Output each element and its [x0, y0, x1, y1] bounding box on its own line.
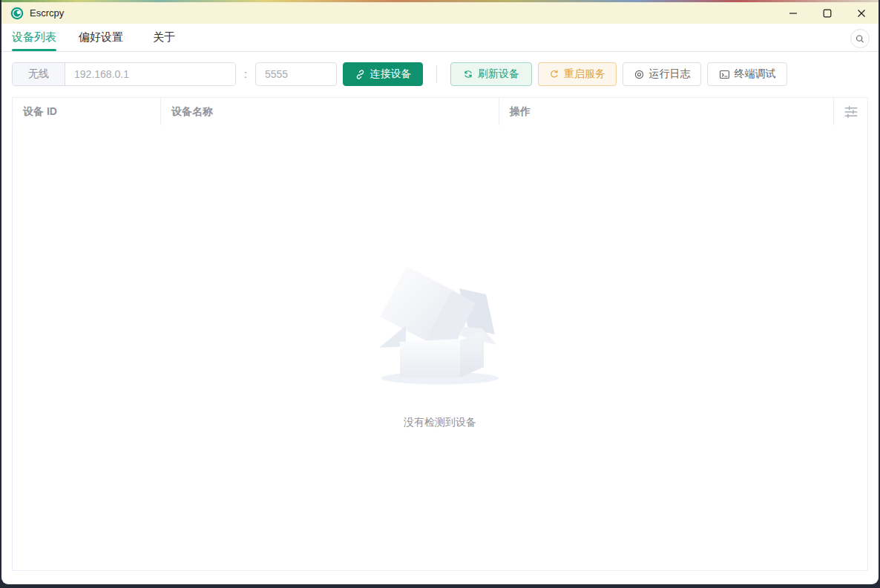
ip-address-input[interactable] — [65, 63, 235, 85]
close-icon — [857, 9, 866, 18]
empty-state-text: 没有检测到设备 — [373, 416, 507, 429]
table-header-row: 设备 ID 设备名称 操作 — [12, 97, 868, 126]
desktop-background: Escrcpy 设备列表 偏好设置 关于 — [0, 0, 880, 588]
port-separator: : — [242, 68, 249, 80]
tab-device-list[interactable]: 设备列表 — [12, 24, 56, 51]
run-logs-button[interactable]: 运行日志 — [623, 62, 701, 86]
tab-device-list-label: 设备列表 — [12, 30, 56, 44]
app-logo-icon — [10, 7, 24, 20]
wireless-address-group: 无线 — [12, 62, 236, 86]
terminal-debug-label: 终端调试 — [735, 67, 776, 81]
tab-bar: 设备列表 偏好设置 关于 — [1, 24, 879, 52]
port-input[interactable] — [255, 62, 337, 86]
device-table: 设备 ID 设备名称 操作 — [12, 97, 868, 571]
column-header-actions: 操作 — [499, 98, 834, 125]
column-header-device-name: 设备名称 — [161, 98, 499, 125]
connect-device-button[interactable]: 连接设备 — [343, 62, 423, 86]
restart-service-button[interactable]: 重启服务 — [538, 62, 617, 86]
restart-service-label: 重启服务 — [564, 67, 605, 81]
tab-about[interactable]: 关于 — [153, 24, 175, 51]
table-body: 没有检测到设备 — [12, 125, 868, 571]
column-header-device-id: 设备 ID — [13, 98, 161, 125]
window-controls — [776, 2, 879, 24]
tab-preferences-label: 偏好设置 — [79, 30, 123, 44]
view-icon — [634, 69, 645, 80]
column-settings-cell — [834, 98, 867, 125]
search-button[interactable] — [850, 29, 870, 48]
close-button[interactable] — [844, 2, 879, 24]
refresh-devices-button[interactable]: 刷新设备 — [450, 62, 532, 86]
empty-box-illustration — [373, 256, 507, 389]
search-icon — [856, 34, 864, 44]
maximize-button[interactable] — [810, 2, 844, 24]
refresh-devices-label: 刷新设备 — [478, 67, 519, 81]
terminal-debug-button[interactable]: 终端调试 — [707, 62, 787, 86]
run-logs-label: 运行日志 — [649, 67, 691, 81]
connect-device-label: 连接设备 — [370, 67, 412, 81]
minimize-icon — [789, 9, 798, 18]
terminal-icon — [719, 69, 730, 80]
app-window: Escrcpy 设备列表 偏好设置 关于 — [1, 0, 879, 584]
tab-about-label: 关于 — [153, 30, 175, 44]
empty-state: 没有检测到设备 — [373, 256, 507, 429]
sliders-icon — [844, 105, 858, 119]
maximize-icon — [823, 9, 832, 18]
window-title: Escrcpy — [30, 7, 64, 19]
refresh-icon — [463, 69, 473, 79]
device-toolbar: 无线 : 连接设备 刷 — [12, 62, 868, 86]
column-settings-button[interactable] — [842, 104, 860, 120]
link-icon — [355, 69, 366, 80]
refresh-right-icon — [549, 69, 559, 79]
wireless-mode-select[interactable]: 无线 — [13, 63, 65, 85]
minimize-button[interactable] — [776, 2, 810, 24]
tab-preferences[interactable]: 偏好设置 — [79, 24, 123, 51]
titlebar[interactable]: Escrcpy — [1, 2, 879, 24]
toolbar-divider — [436, 65, 437, 83]
